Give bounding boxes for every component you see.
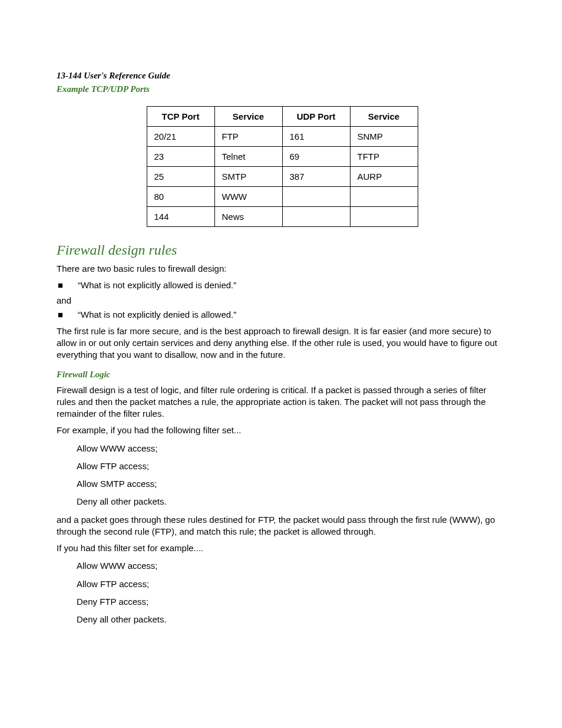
cell: News: [214, 207, 282, 227]
cell: 80: [147, 187, 214, 207]
bullet-item: ■ “What is not explicitly denied is allo…: [57, 309, 508, 321]
cell: FTP: [214, 127, 282, 147]
square-bullet-icon: ■: [57, 279, 78, 291]
square-bullet-icon: ■: [57, 309, 78, 321]
filter-set-2: Allow WWW access; Allow FTP access; Deny…: [77, 560, 508, 625]
col-tcp-service: Service: [214, 107, 282, 127]
list-item: Allow FTP access;: [77, 578, 508, 590]
bullet-text: “What is not explicitly allowed is denie…: [78, 279, 236, 291]
cell: [282, 187, 350, 207]
cell: SNMP: [350, 127, 418, 147]
table-row: 25 SMTP 387 AURP: [147, 167, 418, 187]
cell: [282, 207, 350, 227]
bullet-item: ■ “What is not explicitly allowed is den…: [57, 279, 508, 291]
running-header: 13-144 User's Reference Guide: [57, 71, 508, 81]
list-item: Deny FTP access;: [77, 596, 508, 608]
cell: 20/21: [147, 127, 214, 147]
cell: [350, 207, 418, 227]
cell: 161: [282, 127, 350, 147]
table-row: 23 Telnet 69 TFTP: [147, 147, 418, 167]
example-ports-heading: Example TCP/UDP Ports: [57, 84, 508, 94]
firewall-logic-heading: Firewall Logic: [57, 370, 508, 380]
col-udp-service: Service: [350, 107, 418, 127]
cell: AURP: [350, 167, 418, 187]
ports-table: TCP Port Service UDP Port Service 20/21 …: [147, 106, 418, 227]
cell: SMTP: [214, 167, 282, 187]
col-tcp-port: TCP Port: [147, 107, 214, 127]
logic-paragraph-3: and a packet goes through these rules de…: [57, 514, 508, 538]
cell: Telnet: [214, 147, 282, 167]
list-item: Deny all other packets.: [77, 496, 508, 508]
cell: TFTP: [350, 147, 418, 167]
logic-paragraph-2: For example, if you had the following fi…: [57, 424, 508, 436]
cell: [350, 187, 418, 207]
filter-set-1: Allow WWW access; Allow FTP access; Allo…: [77, 443, 508, 508]
list-item: Allow FTP access;: [77, 460, 508, 472]
table-row: 144 News: [147, 207, 418, 227]
col-udp-port: UDP Port: [282, 107, 350, 127]
table-row: 20/21 FTP 161 SNMP: [147, 127, 418, 147]
list-item: Allow WWW access;: [77, 560, 508, 572]
bullet-text: “What is not explicitly denied is allowe…: [78, 309, 236, 321]
list-item: Allow SMTP access;: [77, 478, 508, 490]
cell: WWW: [214, 187, 282, 207]
explanation-paragraph: The first rule is far more secure, and i…: [57, 325, 508, 361]
firewall-design-rules-heading: Firewall design rules: [57, 242, 508, 258]
cell: 25: [147, 167, 214, 187]
and-text: and: [57, 295, 508, 305]
list-item: Deny all other packets.: [77, 614, 508, 625]
table-header-row: TCP Port Service UDP Port Service: [147, 107, 418, 127]
logic-paragraph-1: Firewall design is a test of logic, and …: [57, 384, 508, 420]
cell: 69: [282, 147, 350, 167]
document-page: 13-144 User's Reference Guide Example TC…: [0, 0, 562, 728]
logic-paragraph-4: If you had this filter set for example..…: [57, 542, 508, 554]
list-item: Allow WWW access;: [77, 443, 508, 454]
table-row: 80 WWW: [147, 187, 418, 207]
intro-paragraph: There are two basic rules to firewall de…: [57, 263, 508, 275]
cell: 387: [282, 167, 350, 187]
cell: 23: [147, 147, 214, 167]
cell: 144: [147, 207, 214, 227]
